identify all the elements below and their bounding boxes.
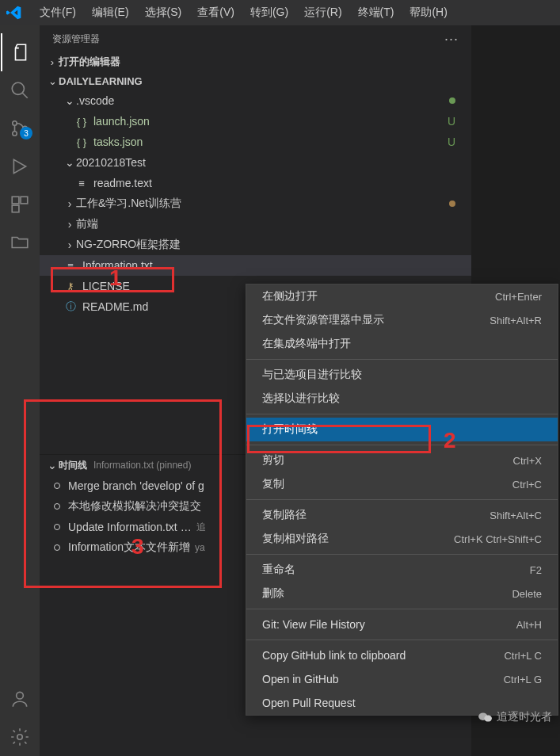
menu-separator: [246, 499, 558, 500]
menu-item-----[interactable]: 复制路径Shift+Alt+C: [246, 503, 558, 527]
menu-edit[interactable]: 编辑(E): [84, 6, 137, 20]
menu-item-------[interactable]: 复制相对路径Ctrl+K Ctrl+Shift+C: [246, 527, 558, 551]
menu-item-label: 打开时间线: [262, 422, 542, 437]
folder-root-header[interactable]: ⌄ DAILYLEARNING: [40, 71, 471, 90]
file-tasks-json[interactable]: { }tasks.jsonU: [40, 132, 471, 152]
folder--vscode[interactable]: ⌄.vscode: [40, 90, 471, 111]
menu-item-shortcut: Shift+Alt+C: [490, 510, 542, 521]
menu-item---------[interactable]: 在集成终端中打开: [246, 332, 558, 356]
menu-item-label: 在集成终端中打开: [262, 337, 542, 351]
menu-item-shortcut: F2: [530, 564, 542, 576]
file-readme-text[interactable]: ≡readme.text: [40, 173, 471, 193]
folder---[interactable]: ›前端: [40, 214, 471, 235]
chevron-right-icon: ›: [63, 218, 76, 231]
commit-dot-icon: [54, 524, 60, 530]
menu-item----[interactable]: 重命名F2: [246, 558, 558, 582]
file-type-icon: ⓘ: [63, 300, 78, 314]
file-type-icon: ≡: [63, 258, 78, 273]
status-letter: U: [448, 136, 455, 148]
menu-go[interactable]: 转到(G): [242, 6, 296, 20]
menu-item-label: 删除: [262, 586, 512, 601]
commit-message: Merge branch 'develop' of g: [68, 479, 204, 492]
menu-item-label: 复制相对路径: [262, 532, 454, 546]
chevron-down-icon: ⌄: [63, 156, 76, 169]
menu-item-label: Copy GitHub link to clipboard: [262, 649, 504, 662]
status-dot: [449, 200, 455, 207]
activity-explorer[interactable]: [1, 33, 39, 71]
menu-item-shortcut: Ctrl+L C: [504, 650, 542, 662]
svg-point-10: [484, 716, 492, 722]
activity-extensions[interactable]: [1, 185, 39, 223]
folder-NG-ZORRO----[interactable]: ›NG-ZORRO框架搭建: [40, 235, 471, 255]
chevron-down-icon: ⌄: [46, 75, 59, 87]
status-dot: [449, 97, 455, 104]
activity-bar: 3: [0, 25, 40, 756]
menu-separator: [246, 640, 558, 640]
item-label: readme.text: [93, 177, 152, 189]
menu-item-shortcut: Ctrl+C: [512, 479, 542, 491]
folder-20210218Test[interactable]: ⌄20210218Test: [40, 152, 471, 173]
svg-point-7: [17, 692, 24, 699]
menu-item-shortcut: Delete: [512, 588, 542, 600]
menu-terminal[interactable]: 终端(T): [350, 6, 402, 20]
menu-item-Copy-GitHub-link-to-clipboard[interactable]: Copy GitHub link to clipboardCtrl+L C: [246, 643, 558, 667]
file-Information-txt[interactable]: ≡Information.txt: [40, 255, 471, 276]
menu-view[interactable]: 查看(V): [189, 6, 242, 20]
menu-item-shortcut: Ctrl+X: [513, 455, 542, 467]
menu-item------[interactable]: 在侧边打开Ctrl+Enter: [246, 284, 558, 308]
svg-point-2: [13, 132, 17, 136]
menu-separator: [246, 554, 558, 555]
item-label: 20210218Test: [76, 156, 146, 169]
commit-author: ya: [195, 542, 205, 553]
menu-item----------[interactable]: 与已选项目进行比较: [246, 363, 558, 387]
menu-item---[interactable]: 复制Ctrl+C: [246, 472, 558, 496]
menu-item-label: 与已选项目进行比较: [262, 368, 542, 382]
menu-run[interactable]: 运行(R): [296, 6, 349, 20]
folder-------Net---[interactable]: ›工作&学习.Net训练营: [40, 193, 471, 214]
menu-item-Open-in-GitHub[interactable]: Open in GitHubCtrl+L G: [246, 667, 558, 691]
vscode-logo-icon: [6, 5, 22, 21]
menu-separator: [246, 414, 558, 414]
menu-separator: [246, 445, 558, 445]
activity-search[interactable]: [1, 71, 39, 109]
menu-item-shortcut: Ctrl+K Ctrl+Shift+C: [454, 533, 542, 545]
chevron-right-icon: ›: [63, 239, 76, 251]
menu-item-label: 剪切: [262, 453, 513, 468]
activity-run-debug[interactable]: [1, 147, 39, 185]
menu-item-shortcut: Ctrl+L G: [504, 674, 542, 685]
menu-item-Git--View-File-History[interactable]: Git: View File HistoryAlt+H: [246, 613, 558, 636]
menu-item---[interactable]: 删除Delete: [246, 582, 558, 605]
menu-separator: [246, 359, 558, 360]
activity-folder[interactable]: [1, 223, 39, 262]
menu-file[interactable]: 文件(F): [32, 6, 84, 20]
menu-item---[interactable]: 剪切Ctrl+X: [246, 449, 558, 472]
menu-item------------[interactable]: 在文件资源管理器中显示Shift+Alt+R: [246, 308, 558, 332]
chevron-down-icon: ⌄: [46, 459, 59, 472]
menu-help[interactable]: 帮助(H): [402, 6, 455, 20]
menu-separator: [246, 609, 558, 609]
svg-rect-5: [21, 197, 28, 204]
open-editors-header[interactable]: › 打开的编辑器: [40, 52, 471, 71]
item-label: LICENSE: [82, 280, 130, 292]
menu-item------[interactable]: 打开时间线: [246, 418, 558, 441]
menu-selection[interactable]: 选择(S): [137, 6, 190, 20]
svg-rect-6: [12, 205, 19, 212]
svg-point-0: [12, 82, 24, 94]
activity-accounts[interactable]: [1, 680, 39, 718]
svg-rect-4: [12, 197, 19, 204]
item-label: 前端: [76, 217, 98, 231]
commit-dot-icon: [54, 483, 60, 489]
commit-dot-icon: [54, 503, 60, 510]
chevron-right-icon: ›: [63, 197, 76, 210]
file-launch-json[interactable]: { }launch.jsonU: [40, 111, 471, 132]
watermark: 追逐时光者: [478, 710, 552, 724]
file-type-icon: ⚷: [63, 279, 78, 293]
more-actions-icon[interactable]: ···: [444, 31, 459, 48]
chevron-right-icon: ›: [46, 56, 59, 68]
menu-item-label: Open in GitHub: [262, 673, 504, 685]
file-type-icon: ≡: [74, 176, 89, 190]
menu-item--------[interactable]: 选择以进行比较: [246, 387, 558, 410]
activity-settings[interactable]: [1, 718, 39, 756]
activity-source-control[interactable]: 3: [1, 109, 39, 147]
menu-item-label: 复制: [262, 477, 512, 491]
